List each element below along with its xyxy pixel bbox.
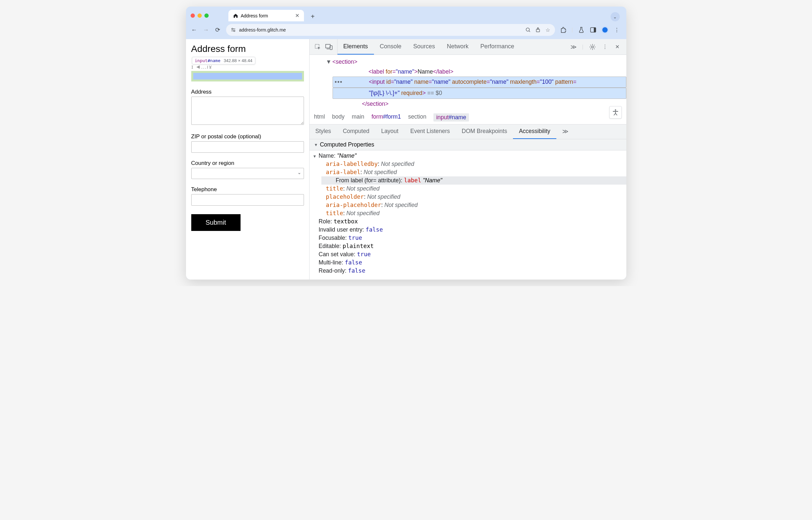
more-subtabs-icon[interactable]: ≫ — [556, 125, 575, 139]
devtools-tab-sources[interactable]: Sources — [407, 39, 441, 54]
dom-section-open: <section> — [333, 58, 357, 65]
devtools-panel: ElementsConsoleSourcesNetworkPerformance… — [309, 39, 626, 280]
obscured-name-label: ɪ ◄...ıɤ — [191, 63, 304, 70]
a11y-name-source: title: Not specified — [326, 185, 622, 193]
a11y-name-source: aria-placeholder: Not specified — [326, 201, 622, 209]
profile-avatar[interactable] — [601, 26, 609, 33]
devtools-subtabs: StylesComputedLayoutEvent ListenersDOM B… — [309, 125, 626, 139]
browser-tab[interactable]: Address form ✕ — [228, 10, 304, 21]
breadcrumb-item[interactable]: input#name — [433, 113, 468, 122]
subtab-computed[interactable]: Computed — [337, 125, 375, 139]
zip-label: ZIP or postal code (optional) — [191, 133, 304, 140]
a11y-property-row: Focusable: true — [319, 234, 622, 242]
dom-section-close: </section> — [362, 101, 389, 107]
devtools-tab-elements[interactable]: Elements — [337, 39, 374, 54]
bookmark-icon[interactable]: ☆ — [545, 27, 551, 32]
traffic-lights — [191, 14, 209, 18]
svg-line-5 — [529, 31, 530, 32]
subtab-layout[interactable]: Layout — [375, 125, 405, 139]
address-label: Address — [191, 89, 304, 95]
devtools-tab-performance[interactable]: Performance — [475, 39, 520, 54]
tab-title: Address form — [241, 13, 268, 18]
devtools-tab-console[interactable]: Console — [374, 39, 407, 54]
settings-icon[interactable] — [589, 43, 596, 51]
side-panel-icon[interactable] — [589, 26, 597, 33]
tooltip-tag: input — [195, 58, 208, 63]
subtab-dom-breakpoints[interactable]: DOM Breakpoints — [456, 125, 513, 139]
a11y-property-row: Role: textbox — [319, 217, 622, 226]
devtools-close-icon[interactable]: ✕ — [614, 43, 621, 51]
page-heading: Address form — [191, 44, 304, 54]
subtab-event-listeners[interactable]: Event Listeners — [404, 125, 456, 139]
tab-strip: Address form ✕ + ⌄ — [228, 10, 622, 21]
extensions-icon[interactable] — [560, 26, 567, 33]
share-icon[interactable] — [535, 27, 540, 32]
site-info-icon[interactable] — [231, 27, 236, 32]
submit-button[interactable]: Submit — [191, 214, 240, 231]
breadcrumb: htmlbodymainform#form1sectioninput#name — [309, 111, 626, 125]
devtools-tabstrip: ElementsConsoleSourcesNetworkPerformance… — [309, 39, 626, 55]
breadcrumb-item[interactable]: form#form1 — [371, 113, 401, 122]
url-text: address-form.glitch.me — [239, 27, 286, 32]
dom-input-line-2[interactable]: "[\p{L} \-\.]+" required> == $0 — [333, 88, 626, 99]
a11y-property-row: Invalid user entry: false — [319, 226, 622, 234]
breadcrumb-item[interactable]: body — [332, 113, 345, 122]
devtools-menu-icon[interactable]: ⋮ — [601, 43, 609, 51]
telephone-input[interactable] — [191, 194, 304, 206]
country-label: Country or region — [191, 160, 304, 166]
address-bar[interactable]: address-form.glitch.me ☆ — [226, 24, 555, 36]
titlebar: Address form ✕ + ⌄ — [186, 6, 626, 21]
a11y-name-source: aria-labelledby: Not specified — [326, 160, 622, 168]
back-button[interactable]: ← — [191, 26, 198, 33]
device-toolbar-icon[interactable] — [325, 43, 333, 51]
forward-button[interactable]: → — [202, 26, 210, 33]
disclosure-triangle-icon[interactable]: ▼ — [313, 154, 317, 159]
a11y-name-source: placeholder: Not specified — [326, 193, 622, 201]
a11y-property-row: Can set value: true — [319, 250, 622, 259]
zip-input[interactable] — [191, 141, 304, 153]
panel-title: Computed Properties — [320, 141, 374, 148]
svg-point-0 — [232, 28, 233, 30]
reload-button[interactable]: ⟳ — [214, 26, 222, 33]
more-tabs-icon[interactable]: ≫ — [570, 43, 577, 51]
close-window[interactable] — [191, 14, 195, 18]
breadcrumb-item[interactable]: html — [314, 113, 325, 122]
breadcrumb-item[interactable]: section — [408, 113, 426, 122]
zoom-icon[interactable] — [526, 27, 531, 32]
dom-overflow-icon[interactable]: ••• — [335, 77, 343, 86]
a11y-name-source: aria-label: Not specified — [326, 168, 622, 176]
dom-input-line[interactable]: ••• <input id="name" name="name" autocom… — [333, 77, 626, 88]
menu-icon[interactable]: ⋮ — [613, 26, 620, 33]
inspect-element-icon[interactable] — [314, 43, 321, 51]
svg-point-13 — [591, 46, 593, 48]
country-select[interactable] — [191, 168, 304, 179]
disclosure-triangle-icon[interactable]: ▼ — [314, 142, 318, 147]
devtools-tab-network[interactable]: Network — [441, 39, 475, 54]
a11y-name-source: From label (for= attribute): label "Name… — [321, 176, 626, 185]
close-tab-icon[interactable]: ✕ — [295, 12, 299, 19]
a11y-property-row: Editable: plaintext — [319, 242, 622, 250]
labs-icon[interactable] — [578, 26, 585, 33]
svg-point-1 — [234, 30, 235, 31]
new-tab-button[interactable]: + — [308, 11, 318, 21]
a11y-name-row: ▼Name: "Name" — [319, 152, 622, 160]
dom-label-line[interactable]: <label for="name">Name</label> — [333, 67, 626, 77]
browser-window: Address form ✕ + ⌄ ← → ⟳ address-form.gl… — [186, 6, 626, 280]
a11y-panel-header[interactable]: ▼ Computed Properties — [309, 139, 626, 151]
address-textarea[interactable] — [191, 97, 304, 125]
toolbar: ← → ⟳ address-form.glitch.me ☆ | ⋮ — [186, 21, 626, 39]
a11y-panel: ▼ Computed Properties ▼Name: "Name" aria… — [309, 139, 626, 280]
tabs-dropdown-icon[interactable]: ⌄ — [611, 12, 620, 21]
tooltip-id: #name — [208, 58, 221, 63]
breadcrumb-item[interactable]: main — [352, 113, 364, 122]
inspected-element-highlight — [191, 71, 304, 81]
subtab-accessibility[interactable]: Accessibility — [513, 125, 556, 139]
dom-tree[interactable]: ▼<section> <label for="name">Name</label… — [309, 55, 626, 111]
favicon-icon — [233, 13, 238, 18]
a11y-name-source: title: Not specified — [326, 209, 622, 217]
maximize-window[interactable] — [204, 14, 209, 18]
svg-point-4 — [526, 28, 529, 31]
subtab-styles[interactable]: Styles — [309, 125, 337, 139]
minimize-window[interactable] — [198, 14, 202, 18]
svg-rect-10 — [326, 44, 330, 48]
